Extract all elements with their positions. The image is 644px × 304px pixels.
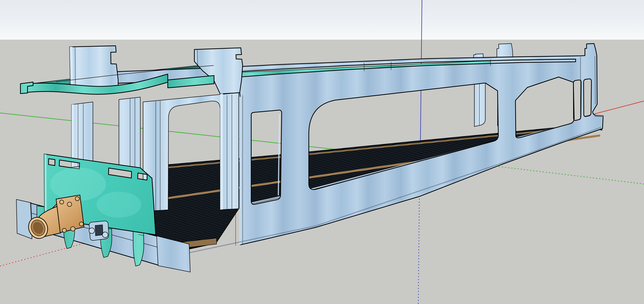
lock-plate-bolt-left	[89, 228, 94, 233]
bulkhead-sheen-2	[96, 192, 141, 218]
bulkhead-left-edge	[44, 154, 47, 218]
rear-post-head-notched	[497, 44, 513, 59]
portal1-plate-right	[119, 97, 140, 170]
portal1-plate-left	[72, 102, 93, 167]
far-sill-piece	[16, 199, 32, 239]
3d-viewport[interactable]	[0, 0, 644, 304]
end-sill-tab-face	[594, 116, 603, 116]
post1-head	[70, 46, 118, 90]
scene-canvas[interactable]	[0, 0, 644, 304]
lock-plate-hole	[95, 225, 103, 236]
lock-plate-bolt-right	[102, 232, 108, 238]
sky	[0, 0, 644, 40]
lock-plate[interactable]	[89, 221, 109, 240]
